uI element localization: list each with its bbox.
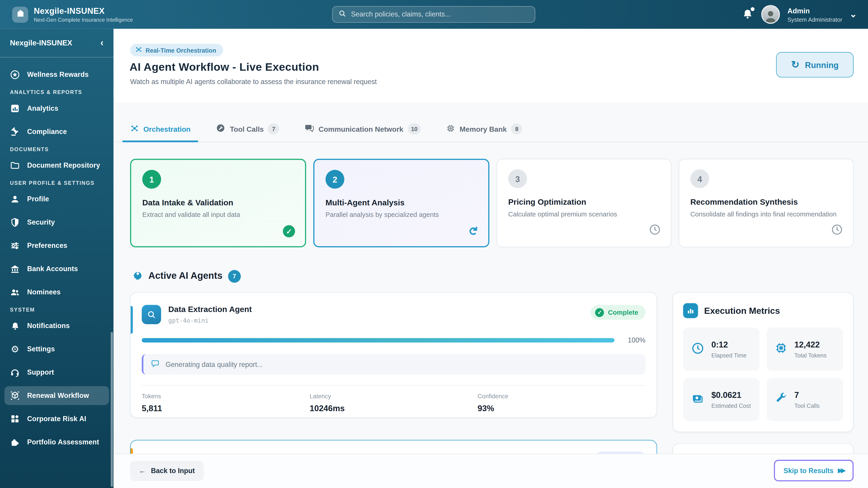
sidebar-nav: Wellness Rewards ANALYTICS & REPORTS Ana… <box>0 58 114 462</box>
bar-chart-icon <box>683 303 698 318</box>
gavel-icon <box>10 127 20 137</box>
person-icon <box>10 194 20 204</box>
blocks-icon <box>10 414 20 424</box>
global-search[interactable] <box>332 6 535 23</box>
progress-bar <box>142 338 614 343</box>
metric-value: $0.0621 <box>711 390 751 400</box>
check-circle-icon: ✓ <box>595 308 604 317</box>
wrench-circle-icon <box>216 123 225 134</box>
sidebar-item-compliance[interactable]: Compliance <box>4 122 109 141</box>
sidebar-item-profile[interactable]: Profile <box>4 190 109 208</box>
sidebar-item-label: Profile <box>27 195 49 203</box>
stat-latency: Latency 10246ms <box>310 393 477 413</box>
user-name: Admin <box>787 6 842 15</box>
arrow-left-icon: ← <box>139 467 146 475</box>
tab-tool-calls[interactable]: Tool Calls 7 <box>216 123 279 142</box>
sidebar-item-document-repository[interactable]: Document Repository <box>4 156 109 175</box>
back-to-input-button[interactable]: ← Back to Input <box>130 461 204 481</box>
stat-value: 10246ms <box>310 403 477 413</box>
divider <box>142 385 646 385</box>
sidebar-item-wellness-rewards[interactable]: Wellness Rewards <box>4 65 109 84</box>
sidebar-item-portfolio-assessment[interactable]: Portfolio Assessment <box>4 433 109 451</box>
back-label: Back to Input <box>151 467 195 475</box>
user-meta[interactable]: Admin System Administrator <box>787 6 842 22</box>
chevron-down-icon[interactable]: ⌄ <box>849 10 857 19</box>
sidebar-item-security[interactable]: Security <box>4 213 109 232</box>
puzzle-icon <box>10 437 20 447</box>
sidebar-item-analytics[interactable]: Analytics <box>4 99 109 118</box>
sidebar-item-label: Security <box>27 219 55 226</box>
step-card-pricing[interactable]: 3 Pricing Optimization Calculate optimal… <box>497 159 672 248</box>
sidebar-item-preferences[interactable]: Preferences <box>4 236 109 255</box>
sidebar: Nexgile-INSUNEX ‹ Wellness Rewards ANALY… <box>0 29 114 488</box>
progress-fill <box>142 338 614 343</box>
sidebar-item-label: Document Repository <box>27 162 100 169</box>
bank-icon <box>10 264 20 274</box>
step-card-recommendation[interactable]: 4 Recommendation Synthesis Consolidate a… <box>679 159 854 248</box>
metric-label: Estimated Cost <box>711 402 751 409</box>
step-status: ↻ <box>469 225 478 237</box>
brand-name: Nexgile-INSUNEX <box>34 6 133 15</box>
tab-memory-bank[interactable]: Memory Bank 8 <box>446 123 522 142</box>
ai-head-icon <box>132 269 143 283</box>
sidebar-collapse-button[interactable]: ‹ <box>100 37 103 48</box>
active-agents-header: Active AI Agents 7 <box>132 269 854 283</box>
clock-icon <box>831 228 843 237</box>
sidebar-item-nominees[interactable]: Nominees <box>4 283 109 301</box>
sidebar-item-support[interactable]: Support <box>4 363 109 382</box>
sync-icon: ↻ <box>468 226 479 236</box>
page-subtitle: Watch as multiple AI agents collaborate … <box>130 78 377 86</box>
avatar[interactable] <box>761 5 780 24</box>
step-card-data-intake[interactable]: 1 Data Intake & Validation Extract and v… <box>130 159 306 248</box>
tab-label: Orchestration <box>143 125 191 133</box>
sidebar-item-renewal-workflow[interactable]: Renewal Workflow <box>4 386 109 405</box>
sidebar-item-label: Preferences <box>27 242 67 250</box>
network-icon <box>130 124 139 135</box>
tab-count-badge: 8 <box>511 123 522 134</box>
step-status <box>649 223 661 238</box>
tab-orchestration[interactable]: Orchestration <box>130 124 191 142</box>
agent-stats: Tokens 5,811 Latency 10246ms Confidence … <box>142 393 646 413</box>
tab-communication-network[interactable]: Communication Network 10 <box>305 123 421 142</box>
sidebar-section-analytics-reports: ANALYTICS & REPORTS <box>10 89 103 95</box>
stat-label: Latency <box>310 393 477 399</box>
stat-label: Confidence <box>477 393 646 399</box>
badge-label: Real-Time Orchestration <box>146 47 216 53</box>
sidebar-item-label: Bank Accounts <box>27 265 78 273</box>
skip-label: Skip to Results <box>783 467 833 475</box>
sidebar-header: Nexgile-INSUNEX ‹ <box>0 29 114 57</box>
running-status-button[interactable]: ↻ Running <box>776 52 854 77</box>
active-agents-title: Active AI Agents <box>148 271 222 282</box>
sidebar-item-label: Wellness Rewards <box>27 71 89 78</box>
step-description: Consolidate all findings into final reco… <box>690 210 842 218</box>
step-title: Recommendation Synthesis <box>690 197 842 206</box>
skip-to-results-button[interactable]: Skip to Results ▶▶ <box>774 460 854 482</box>
notification-dot <box>751 7 755 11</box>
sidebar-scrollbar[interactable] <box>111 332 113 487</box>
gear-icon: ⚙ <box>10 344 20 354</box>
step-card-multi-agent[interactable]: 2 Multi-Agent Analysis Parallel analysis… <box>313 159 489 248</box>
people-icon <box>10 287 20 297</box>
wrench-icon <box>774 392 788 408</box>
sidebar-item-settings[interactable]: ⚙ Settings <box>4 340 109 359</box>
metric-label: Tool Calls <box>794 402 819 409</box>
chat-bubble-icon <box>151 359 160 370</box>
agent-accent-bar <box>131 306 133 333</box>
sidebar-item-bank-accounts[interactable]: Bank Accounts <box>4 260 109 278</box>
star-circle-icon <box>10 70 20 80</box>
sidebar-item-notifications[interactable]: Notifications <box>4 317 109 335</box>
clock-icon <box>691 341 705 357</box>
search-input[interactable] <box>351 11 529 18</box>
sidebar-item-corporate-risk-ai[interactable]: Corporate Risk AI <box>4 410 109 428</box>
sidebar-item-label: Corporate Risk AI <box>27 415 86 423</box>
sidebar-item-label: Support <box>27 368 54 376</box>
running-label: Running <box>805 60 839 70</box>
header-right: Admin System Administrator ⌄ <box>742 0 857 29</box>
agent-message-box: Generating data quality report... <box>142 354 646 375</box>
step-description: Calculate optimal premium scenarios <box>508 210 660 218</box>
user-role: System Administrator <box>787 16 842 22</box>
agent-status-label: Complete <box>608 308 638 316</box>
step-title: Pricing Optimization <box>508 197 660 206</box>
notifications-button[interactable] <box>742 8 754 21</box>
metric-tool-calls: 7 Tool Calls <box>767 378 843 421</box>
